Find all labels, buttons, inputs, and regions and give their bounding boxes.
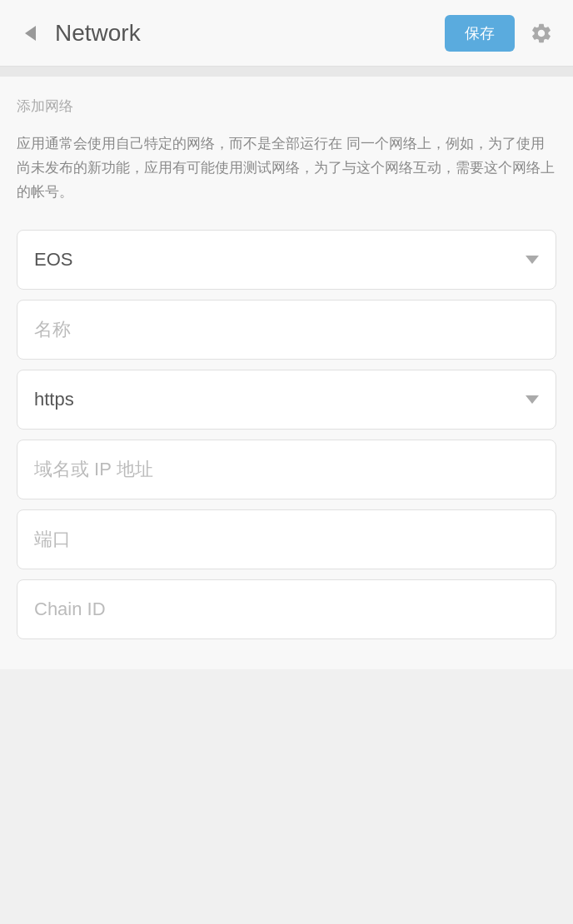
chainid-input[interactable] [34,599,539,620]
back-button[interactable] [17,20,43,47]
protocol-value: https [34,389,74,410]
section-divider [0,67,573,77]
header-right: 保存 [445,15,556,52]
chevron-down-icon [526,395,539,404]
domain-field-box [17,440,556,499]
name-field-box [17,300,556,360]
header-left: Network [17,20,141,47]
blockchain-field-group: EOS [17,230,556,290]
domain-input[interactable] [34,459,539,480]
blockchain-dropdown[interactable]: EOS [17,230,556,290]
port-field-group [17,509,556,569]
chainid-field-box [17,579,556,639]
save-button[interactable]: 保存 [445,15,515,52]
chainid-field-group [17,579,556,639]
chevron-down-icon [526,256,539,264]
protocol-field-group: https [17,370,556,430]
name-input[interactable] [34,319,539,340]
back-arrow-icon [25,26,36,41]
settings-button[interactable] [526,18,556,48]
section-description: 应用通常会使用自己特定的网络，而不是全部运行在 同一个网络上，例如，为了使用尚未… [17,132,556,205]
name-field-group [17,300,556,360]
header: Network 保存 [0,0,573,67]
blockchain-value: EOS [34,249,72,271]
content-area: 添加网络 应用通常会使用自己特定的网络，而不是全部运行在 同一个网络上，例如，为… [0,77,573,669]
section-title: 添加网络 [17,97,556,116]
protocol-dropdown[interactable]: https [17,370,556,430]
domain-field-group [17,440,556,499]
port-field-box [17,509,556,569]
page-title: Network [55,20,141,47]
gear-icon [530,22,553,45]
port-input[interactable] [34,529,539,550]
